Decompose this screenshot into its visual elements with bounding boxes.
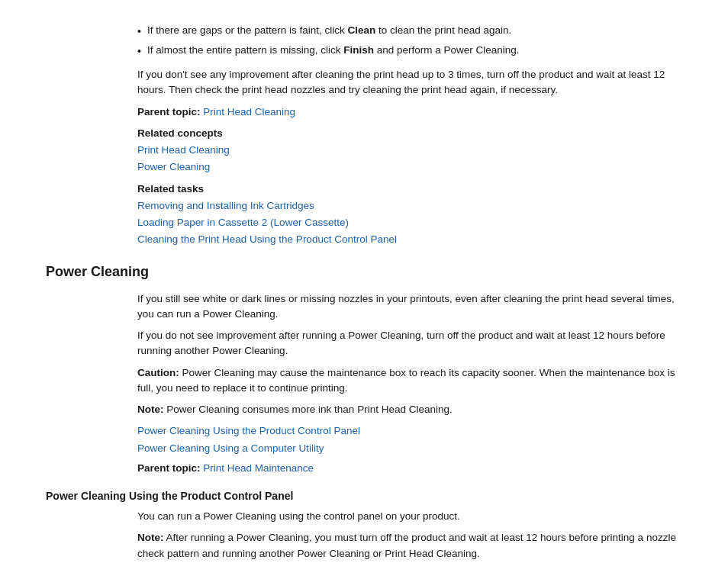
related-concept-link-1[interactable]: Print Head Cleaning bbox=[137, 143, 682, 158]
note-text: Power Cleaning consumes more ink than Pr… bbox=[164, 404, 453, 415]
related-concepts-heading: Related concepts bbox=[137, 126, 682, 141]
subsection-para: You can run a Power Cleaning using the c… bbox=[137, 509, 682, 524]
bullet-item-1: • If there are gaps or the pattern is fa… bbox=[137, 23, 682, 40]
related-concepts-links: Print Head Cleaning Power Cleaning bbox=[137, 143, 682, 175]
power-cleaning-para2: If you do not see improvement after runn… bbox=[137, 328, 682, 359]
bullet-text-1: If there are gaps or the pattern is fain… bbox=[147, 23, 511, 38]
bullet-section: • If there are gaps or the pattern is fa… bbox=[137, 23, 682, 60]
subsection-note-text: After running a Power Cleaning, you must… bbox=[137, 532, 676, 558]
related-task-link-3[interactable]: Cleaning the Print Head Using the Produc… bbox=[137, 232, 682, 247]
subsection-title: Power Cleaning Using the Product Control… bbox=[46, 488, 682, 504]
related-concept-link-2[interactable]: Power Cleaning bbox=[137, 159, 682, 175]
parent-topic2-link[interactable]: Print Head Maintenance bbox=[203, 462, 314, 474]
power-cleaning-link-2[interactable]: Power Cleaning Using a Computer Utility bbox=[137, 441, 682, 456]
bullet-item-2: • If almost the entire pattern is missin… bbox=[137, 43, 682, 60]
caution-section: Caution: Power Cleaning may cause the ma… bbox=[137, 365, 682, 397]
caution-text: Power Cleaning may cause the maintenance… bbox=[137, 367, 675, 394]
related-task-link-1[interactable]: Removing and Installing Ink Cartridges bbox=[137, 198, 682, 214]
note-label: Note: bbox=[137, 404, 164, 415]
note-section: Note: Power Cleaning consumes more ink t… bbox=[137, 402, 682, 417]
subsection-note-section: Note: After running a Power Cleaning, yo… bbox=[137, 530, 682, 561]
power-cleaning-links: Power Cleaning Using the Product Control… bbox=[137, 423, 682, 456]
caution-label: Caution: bbox=[137, 367, 179, 378]
parent-topic-link[interactable]: Print Head Cleaning bbox=[203, 106, 295, 117]
page-container: • If there are gaps or the pattern is fa… bbox=[0, 0, 728, 563]
parent-topic-section: Parent topic: Print Head Cleaning bbox=[137, 105, 682, 120]
parent-topic-label: Parent topic: bbox=[137, 106, 201, 117]
bullet-dot-1: • bbox=[137, 24, 141, 40]
parent-topic2-section: Parent topic: Print Head Maintenance bbox=[137, 461, 682, 476]
related-tasks-links: Removing and Installing Ink Cartridges L… bbox=[137, 198, 682, 248]
body-paragraph: If you don't see any improvement after c… bbox=[137, 67, 682, 98]
body-paragraph-text: If you don't see any improvement after c… bbox=[137, 69, 665, 95]
parent-topic2-label: Parent topic: bbox=[137, 462, 201, 474]
bullet-text-2: If almost the entire pattern is missing,… bbox=[147, 43, 520, 58]
related-tasks-heading: Related tasks bbox=[137, 182, 682, 197]
related-task-link-2[interactable]: Loading Paper in Cassette 2 (Lower Casse… bbox=[137, 215, 682, 230]
power-cleaning-para1: If you still see white or dark lines or … bbox=[137, 291, 682, 323]
power-cleaning-link-1[interactable]: Power Cleaning Using the Product Control… bbox=[137, 423, 682, 439]
subsection-note-label: Note: bbox=[137, 532, 164, 543]
bullet-dot-2: • bbox=[137, 43, 141, 60]
power-cleaning-section-title: Power Cleaning bbox=[46, 262, 682, 282]
